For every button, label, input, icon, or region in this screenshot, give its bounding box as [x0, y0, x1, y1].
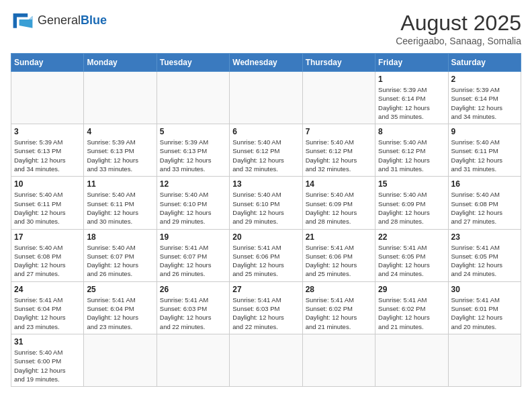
calendar-day-cell: 9Sunrise: 5:40 AM Sunset: 6:11 PM Daylig… [448, 124, 521, 177]
day-info: Sunrise: 5:40 AM Sunset: 6:07 PM Dayligh… [87, 243, 153, 279]
calendar-table: SundayMondayTuesdayWednesdayThursdayFrid… [11, 53, 521, 387]
page-header: GeneralBlue August 2025 Ceerigaabo, Sana… [11, 11, 521, 46]
calendar-day-cell [157, 334, 229, 386]
weekday-header-thursday: Thursday [302, 54, 375, 72]
calendar-week-row: 17Sunrise: 5:40 AM Sunset: 6:08 PM Dayli… [11, 229, 521, 281]
calendar-week-row: 10Sunrise: 5:40 AM Sunset: 6:11 PM Dayli… [11, 177, 521, 229]
weekday-header-friday: Friday [375, 54, 448, 72]
calendar-day-cell: 25Sunrise: 5:41 AM Sunset: 6:04 PM Dayli… [84, 281, 157, 334]
calendar-day-cell: 21Sunrise: 5:41 AM Sunset: 6:06 PM Dayli… [302, 229, 375, 281]
day-number: 28 [306, 285, 372, 294]
calendar-day-cell: 4Sunrise: 5:39 AM Sunset: 6:13 PM Daylig… [84, 124, 157, 177]
weekday-header-monday: Monday [84, 54, 157, 72]
day-number: 14 [306, 179, 372, 189]
title-block: August 2025 Ceerigaabo, Sanaag, Somalia [396, 11, 521, 46]
calendar-day-cell: 24Sunrise: 5:41 AM Sunset: 6:04 PM Dayli… [11, 281, 84, 334]
calendar-day-cell: 27Sunrise: 5:41 AM Sunset: 6:03 PM Dayli… [230, 281, 302, 334]
calendar-day-cell: 23Sunrise: 5:41 AM Sunset: 6:05 PM Dayli… [448, 229, 521, 281]
day-info: Sunrise: 5:40 AM Sunset: 6:11 PM Dayligh… [451, 138, 518, 173]
day-number: 30 [451, 285, 518, 294]
calendar-day-cell [11, 72, 84, 124]
day-info: Sunrise: 5:40 AM Sunset: 6:10 PM Dayligh… [160, 190, 226, 226]
month-year-title: August 2025 [396, 11, 521, 36]
day-number: 18 [87, 232, 153, 242]
day-info: Sunrise: 5:40 AM Sunset: 6:12 PM Dayligh… [306, 138, 372, 173]
day-info: Sunrise: 5:41 AM Sunset: 6:06 PM Dayligh… [306, 243, 372, 279]
calendar-day-cell: 5Sunrise: 5:39 AM Sunset: 6:13 PM Daylig… [157, 124, 229, 177]
day-info: Sunrise: 5:39 AM Sunset: 6:14 PM Dayligh… [451, 85, 518, 121]
calendar-day-cell: 10Sunrise: 5:40 AM Sunset: 6:11 PM Dayli… [11, 177, 84, 229]
day-info: Sunrise: 5:40 AM Sunset: 6:00 PM Dayligh… [14, 348, 81, 383]
svg-marker-1 [19, 16, 33, 28]
calendar-day-cell: 26Sunrise: 5:41 AM Sunset: 6:03 PM Dayli… [157, 281, 229, 334]
calendar-day-cell: 1Sunrise: 5:39 AM Sunset: 6:14 PM Daylig… [375, 72, 448, 124]
calendar-week-row: 3Sunrise: 5:39 AM Sunset: 6:13 PM Daylig… [11, 124, 521, 177]
day-info: Sunrise: 5:39 AM Sunset: 6:14 PM Dayligh… [378, 85, 445, 121]
calendar-day-cell: 28Sunrise: 5:41 AM Sunset: 6:02 PM Dayli… [302, 281, 375, 334]
day-number: 13 [232, 179, 299, 189]
calendar-day-cell: 12Sunrise: 5:40 AM Sunset: 6:10 PM Dayli… [157, 177, 229, 229]
calendar-day-cell: 18Sunrise: 5:40 AM Sunset: 6:07 PM Dayli… [84, 229, 157, 281]
day-info: Sunrise: 5:40 AM Sunset: 6:12 PM Dayligh… [378, 138, 445, 173]
day-number: 20 [232, 232, 299, 242]
logo: GeneralBlue [11, 11, 107, 30]
day-number: 5 [160, 127, 226, 136]
day-info: Sunrise: 5:41 AM Sunset: 6:05 PM Dayligh… [378, 243, 445, 279]
day-number: 9 [451, 127, 518, 136]
calendar-day-cell [157, 72, 229, 124]
day-info: Sunrise: 5:40 AM Sunset: 6:11 PM Dayligh… [87, 190, 153, 226]
calendar-day-cell: 6Sunrise: 5:40 AM Sunset: 6:12 PM Daylig… [230, 124, 302, 177]
day-info: Sunrise: 5:40 AM Sunset: 6:11 PM Dayligh… [14, 190, 81, 226]
day-info: Sunrise: 5:41 AM Sunset: 6:03 PM Dayligh… [232, 295, 299, 331]
day-number: 6 [232, 127, 299, 136]
day-number: 24 [14, 285, 81, 294]
calendar-day-cell: 31Sunrise: 5:40 AM Sunset: 6:00 PM Dayli… [11, 334, 84, 386]
calendar-day-cell: 7Sunrise: 5:40 AM Sunset: 6:12 PM Daylig… [302, 124, 375, 177]
day-info: Sunrise: 5:41 AM Sunset: 6:04 PM Dayligh… [14, 295, 81, 331]
calendar-day-cell: 3Sunrise: 5:39 AM Sunset: 6:13 PM Daylig… [11, 124, 84, 177]
logo-text: GeneralBlue [38, 14, 107, 26]
day-number: 16 [451, 179, 518, 189]
day-info: Sunrise: 5:39 AM Sunset: 6:13 PM Dayligh… [160, 138, 226, 173]
calendar-week-row: 1Sunrise: 5:39 AM Sunset: 6:14 PM Daylig… [11, 72, 521, 124]
calendar-day-cell [302, 334, 375, 386]
calendar-day-cell [302, 72, 375, 124]
calendar-day-cell [230, 334, 302, 386]
day-number: 15 [378, 179, 445, 189]
day-info: Sunrise: 5:41 AM Sunset: 6:03 PM Dayligh… [160, 295, 226, 331]
day-info: Sunrise: 5:40 AM Sunset: 6:08 PM Dayligh… [14, 243, 81, 279]
calendar-day-cell: 16Sunrise: 5:40 AM Sunset: 6:08 PM Dayli… [448, 177, 521, 229]
day-number: 2 [451, 75, 518, 84]
day-number: 11 [87, 179, 153, 189]
day-number: 3 [14, 127, 81, 136]
calendar-day-cell [84, 334, 157, 386]
day-info: Sunrise: 5:41 AM Sunset: 6:05 PM Dayligh… [451, 243, 518, 279]
calendar-day-cell [375, 334, 448, 386]
calendar-day-cell: 13Sunrise: 5:40 AM Sunset: 6:10 PM Dayli… [230, 177, 302, 229]
day-number: 22 [378, 232, 445, 242]
day-number: 26 [160, 285, 226, 294]
day-number: 23 [451, 232, 518, 242]
day-number: 29 [378, 285, 445, 294]
weekday-header-saturday: Saturday [448, 54, 521, 72]
generalblue-logo-icon [11, 11, 35, 30]
weekday-header-row: SundayMondayTuesdayWednesdayThursdayFrid… [11, 54, 521, 72]
calendar-week-row: 24Sunrise: 5:41 AM Sunset: 6:04 PM Dayli… [11, 281, 521, 334]
day-number: 1 [378, 75, 445, 84]
weekday-header-sunday: Sunday [11, 54, 84, 72]
day-number: 8 [378, 127, 445, 136]
day-info: Sunrise: 5:41 AM Sunset: 6:07 PM Dayligh… [160, 243, 226, 279]
day-number: 17 [14, 232, 81, 242]
calendar-day-cell: 20Sunrise: 5:41 AM Sunset: 6:06 PM Dayli… [230, 229, 302, 281]
calendar-day-cell: 2Sunrise: 5:39 AM Sunset: 6:14 PM Daylig… [448, 72, 521, 124]
day-number: 10 [14, 179, 81, 189]
day-number: 21 [306, 232, 372, 242]
calendar-day-cell [230, 72, 302, 124]
day-info: Sunrise: 5:40 AM Sunset: 6:10 PM Dayligh… [232, 190, 299, 226]
day-number: 31 [14, 337, 81, 347]
day-info: Sunrise: 5:39 AM Sunset: 6:13 PM Dayligh… [14, 138, 81, 173]
day-info: Sunrise: 5:41 AM Sunset: 6:06 PM Dayligh… [232, 243, 299, 279]
calendar-day-cell [84, 72, 157, 124]
day-number: 19 [160, 232, 226, 242]
calendar-day-cell [448, 334, 521, 386]
